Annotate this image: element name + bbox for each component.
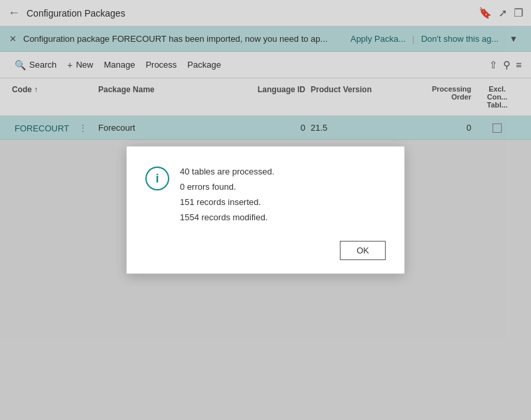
dialog-message-1: 0 errors found. bbox=[180, 180, 274, 194]
dialog-message-0: 40 tables are processed. bbox=[180, 165, 274, 179]
dialog-message-2: 151 records inserted. bbox=[180, 196, 274, 210]
dialog-message-3: 1554 records modified. bbox=[180, 211, 274, 225]
dialog-info-icon: i bbox=[145, 167, 169, 190]
dialog-overlay: i 40 tables are processed. 0 errors foun… bbox=[0, 0, 531, 420]
dialog-body: i 40 tables are processed. 0 errors foun… bbox=[145, 165, 386, 224]
dialog: i 40 tables are processed. 0 errors foun… bbox=[126, 146, 405, 273]
dialog-ok-button[interactable]: OK bbox=[340, 241, 386, 260]
dialog-messages: 40 tables are processed. 0 errors found.… bbox=[180, 165, 274, 224]
dialog-footer: OK bbox=[145, 241, 386, 260]
